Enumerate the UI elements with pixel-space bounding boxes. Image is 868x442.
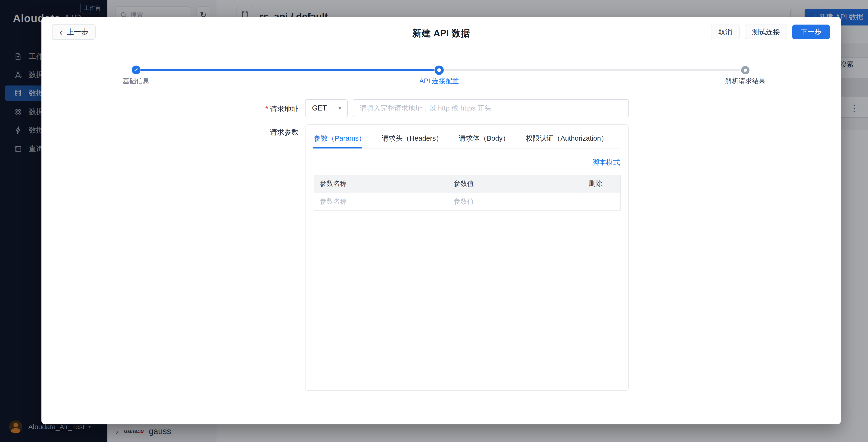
test-connection-button[interactable]: 测试连接 (745, 25, 787, 39)
step3-label: 解析请求结果 (725, 77, 766, 86)
step3-dot (741, 66, 749, 75)
script-mode-link[interactable]: 脚本模式 (592, 158, 620, 167)
param-name-header: 参数名称 (314, 175, 448, 192)
step1-dot: ✓ (132, 65, 141, 75)
active-tab-underline (313, 147, 362, 148)
step2-label: API 连接配置 (420, 77, 459, 86)
request-url-input[interactable] (353, 99, 629, 117)
cancel-button[interactable]: 取消 (711, 25, 740, 39)
create-api-data-modal: ‹ 上一步 新建 API 数据 取消 测试连接 下一步 ✓ 基础信息 API 连… (41, 17, 841, 424)
params-table: 参数名称 参数值 删除 (314, 175, 621, 211)
param-delete-header: 删除 (583, 175, 621, 192)
params-tabs: 参数（Params） 请求头（Headers） 请求体（Body） 权限认证（A… (314, 134, 608, 143)
step2-dot (434, 65, 444, 75)
param-name-input[interactable] (314, 193, 448, 210)
param-value-header: 参数值 (448, 175, 583, 192)
caret-down-icon: ▼ (338, 106, 342, 111)
request-params-label: 请求参数 (239, 127, 299, 137)
tab-authorization[interactable]: 权限认证（Authorization） (526, 134, 608, 143)
screen: Aloudata AIR 工作台 工作台 数据整合 (0, 0, 868, 442)
param-row (314, 192, 621, 210)
param-value-input[interactable] (448, 193, 583, 210)
params-table-header-row: 参数名称 参数值 删除 (314, 175, 621, 192)
tab-headers[interactable]: 请求头（Headers） (382, 134, 442, 143)
stepper-line-pending (444, 69, 740, 71)
stepper-line-done (140, 69, 434, 71)
required-mark: * (265, 105, 268, 113)
step1-label: 基础信息 (123, 77, 150, 86)
http-method-select[interactable]: GET ▼ (305, 99, 348, 117)
request-address-label: *请求地址 (239, 104, 299, 114)
tab-body[interactable]: 请求体（Body） (459, 134, 509, 143)
tab-params[interactable]: 参数（Params） (314, 134, 366, 143)
next-step-button[interactable]: 下一步 (792, 25, 830, 39)
check-icon: ✓ (134, 67, 138, 73)
http-method-value: GET (312, 104, 327, 112)
modal-header: ‹ 上一步 新建 API 数据 取消 测试连接 下一步 (41, 17, 841, 48)
request-params-card: 参数（Params） 请求头（Headers） 请求体（Body） 权限认证（A… (305, 124, 629, 391)
param-row-delete-cell (583, 192, 621, 210)
modal-actions: 取消 测试连接 下一步 (711, 25, 830, 39)
